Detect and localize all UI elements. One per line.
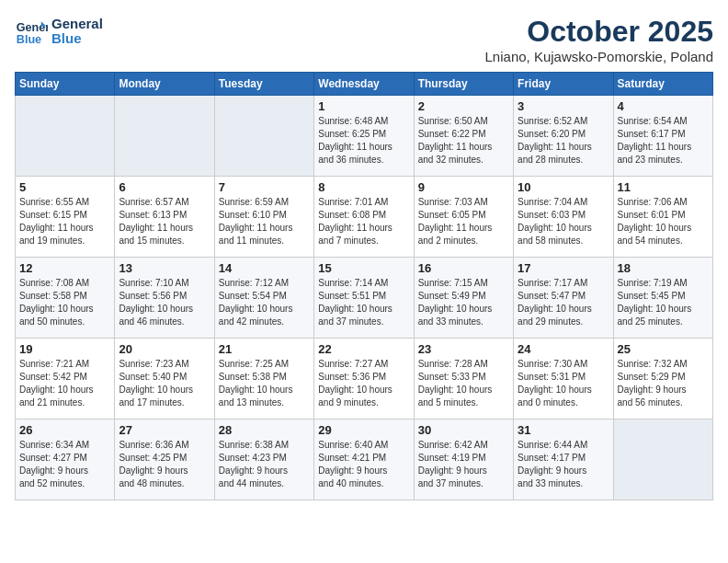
calendar-cell: 7Sunrise: 6:59 AM Sunset: 6:10 PM Daylig… <box>214 177 313 258</box>
header-sunday: Sunday <box>16 73 115 96</box>
calendar-cell: 11Sunrise: 7:06 AM Sunset: 6:01 PM Dayli… <box>613 177 712 258</box>
day-info: Sunrise: 7:30 AM Sunset: 5:31 PM Dayligh… <box>518 358 609 409</box>
calendar-cell: 17Sunrise: 7:17 AM Sunset: 5:47 PM Dayli… <box>514 258 613 339</box>
title-block: October 2025 Lniano, Kujawsko-Pomorskie,… <box>485 15 713 64</box>
week-row-3: 12Sunrise: 7:08 AM Sunset: 5:58 PM Dayli… <box>16 258 713 339</box>
day-number: 19 <box>19 342 110 356</box>
day-info: Sunrise: 7:27 AM Sunset: 5:36 PM Dayligh… <box>318 358 409 409</box>
day-number: 3 <box>518 99 609 113</box>
day-info: Sunrise: 7:28 AM Sunset: 5:33 PM Dayligh… <box>418 358 509 409</box>
calendar-cell: 21Sunrise: 7:25 AM Sunset: 5:38 PM Dayli… <box>214 339 313 419</box>
day-number: 1 <box>318 99 409 113</box>
day-info: Sunrise: 7:25 AM Sunset: 5:38 PM Dayligh… <box>219 358 310 409</box>
calendar-cell: 16Sunrise: 7:15 AM Sunset: 5:49 PM Dayli… <box>414 258 513 339</box>
calendar-cell: 18Sunrise: 7:19 AM Sunset: 5:45 PM Dayli… <box>613 258 712 339</box>
calendar-cell: 30Sunrise: 6:42 AM Sunset: 4:19 PM Dayli… <box>414 419 513 500</box>
day-number: 26 <box>19 423 110 437</box>
day-number: 22 <box>318 342 409 356</box>
day-number: 24 <box>518 342 609 356</box>
calendar-cell: 15Sunrise: 7:14 AM Sunset: 5:51 PM Dayli… <box>314 258 414 339</box>
page-header: General Blue General Blue October 2025 L… <box>15 15 713 64</box>
day-number: 29 <box>318 423 409 437</box>
day-number: 6 <box>119 180 210 194</box>
day-number: 14 <box>219 261 310 275</box>
day-info: Sunrise: 7:23 AM Sunset: 5:40 PM Dayligh… <box>119 358 210 409</box>
calendar-cell: 25Sunrise: 7:32 AM Sunset: 5:29 PM Dayli… <box>613 339 712 419</box>
week-row-2: 5Sunrise: 6:55 AM Sunset: 6:15 PM Daylig… <box>16 177 713 258</box>
day-number: 23 <box>418 342 509 356</box>
day-number: 16 <box>418 261 509 275</box>
day-number: 30 <box>418 423 509 437</box>
calendar-cell <box>115 96 214 177</box>
calendar-cell: 8Sunrise: 7:01 AM Sunset: 6:08 PM Daylig… <box>314 177 414 258</box>
day-number: 9 <box>418 180 509 194</box>
calendar-cell: 24Sunrise: 7:30 AM Sunset: 5:31 PM Dayli… <box>514 339 613 419</box>
logo-line2: Blue <box>51 31 103 47</box>
day-info: Sunrise: 6:50 AM Sunset: 6:22 PM Dayligh… <box>418 115 509 167</box>
day-info: Sunrise: 6:36 AM Sunset: 4:25 PM Dayligh… <box>119 439 210 490</box>
week-row-5: 26Sunrise: 6:34 AM Sunset: 4:27 PM Dayli… <box>16 419 713 500</box>
day-info: Sunrise: 7:32 AM Sunset: 5:29 PM Dayligh… <box>618 358 709 409</box>
day-info: Sunrise: 6:54 AM Sunset: 6:17 PM Dayligh… <box>618 115 709 167</box>
calendar-cell: 13Sunrise: 7:10 AM Sunset: 5:56 PM Dayli… <box>115 258 214 339</box>
day-info: Sunrise: 6:44 AM Sunset: 4:17 PM Dayligh… <box>518 439 609 490</box>
day-number: 21 <box>219 342 310 356</box>
day-number: 13 <box>119 261 210 275</box>
header-wednesday: Wednesday <box>314 73 414 96</box>
day-number: 31 <box>518 423 609 437</box>
calendar-cell: 6Sunrise: 6:57 AM Sunset: 6:13 PM Daylig… <box>115 177 214 258</box>
calendar-cell: 31Sunrise: 6:44 AM Sunset: 4:17 PM Dayli… <box>514 419 613 500</box>
day-info: Sunrise: 7:15 AM Sunset: 5:49 PM Dayligh… <box>418 277 509 328</box>
calendar-cell: 22Sunrise: 7:27 AM Sunset: 5:36 PM Dayli… <box>314 339 414 419</box>
header-row: SundayMondayTuesdayWednesdayThursdayFrid… <box>16 73 713 96</box>
calendar-cell: 3Sunrise: 6:52 AM Sunset: 6:20 PM Daylig… <box>514 96 613 177</box>
day-number: 4 <box>618 99 709 113</box>
logo-line1: General <box>51 17 103 32</box>
day-info: Sunrise: 6:59 AM Sunset: 6:10 PM Dayligh… <box>219 196 310 247</box>
calendar-cell <box>613 419 712 500</box>
calendar-cell <box>214 96 313 177</box>
week-row-4: 19Sunrise: 7:21 AM Sunset: 5:42 PM Dayli… <box>16 339 713 419</box>
day-info: Sunrise: 7:14 AM Sunset: 5:51 PM Dayligh… <box>318 277 409 328</box>
day-number: 27 <box>119 423 210 437</box>
location: Lniano, Kujawsko-Pomorskie, Poland <box>485 49 713 64</box>
day-number: 20 <box>119 342 210 356</box>
header-monday: Monday <box>115 73 214 96</box>
day-info: Sunrise: 7:10 AM Sunset: 5:56 PM Dayligh… <box>119 277 210 328</box>
calendar-cell: 28Sunrise: 6:38 AM Sunset: 4:23 PM Dayli… <box>214 419 313 500</box>
day-number: 2 <box>418 99 509 113</box>
day-info: Sunrise: 6:55 AM Sunset: 6:15 PM Dayligh… <box>19 196 110 247</box>
calendar-cell: 5Sunrise: 6:55 AM Sunset: 6:15 PM Daylig… <box>16 177 115 258</box>
day-info: Sunrise: 6:52 AM Sunset: 6:20 PM Dayligh… <box>518 115 609 167</box>
day-info: Sunrise: 7:12 AM Sunset: 5:54 PM Dayligh… <box>219 277 310 328</box>
calendar-cell: 2Sunrise: 6:50 AM Sunset: 6:22 PM Daylig… <box>414 96 513 177</box>
day-info: Sunrise: 6:57 AM Sunset: 6:13 PM Dayligh… <box>119 196 210 247</box>
day-number: 10 <box>518 180 609 194</box>
week-row-1: 1Sunrise: 6:48 AM Sunset: 6:25 PM Daylig… <box>16 96 713 177</box>
day-number: 7 <box>219 180 310 194</box>
day-number: 25 <box>618 342 709 356</box>
day-info: Sunrise: 6:42 AM Sunset: 4:19 PM Dayligh… <box>418 439 509 490</box>
logo-icon: General Blue <box>15 15 48 48</box>
svg-text:Blue: Blue <box>17 33 41 46</box>
day-info: Sunrise: 7:17 AM Sunset: 5:47 PM Dayligh… <box>518 277 609 328</box>
day-number: 5 <box>19 180 110 194</box>
day-info: Sunrise: 7:21 AM Sunset: 5:42 PM Dayligh… <box>19 358 110 409</box>
calendar-cell: 12Sunrise: 7:08 AM Sunset: 5:58 PM Dayli… <box>16 258 115 339</box>
header-tuesday: Tuesday <box>214 73 313 96</box>
day-info: Sunrise: 6:34 AM Sunset: 4:27 PM Dayligh… <box>19 439 110 490</box>
calendar-cell: 9Sunrise: 7:03 AM Sunset: 6:05 PM Daylig… <box>414 177 513 258</box>
calendar-cell: 10Sunrise: 7:04 AM Sunset: 6:03 PM Dayli… <box>514 177 613 258</box>
day-number: 18 <box>618 261 709 275</box>
calendar-cell: 20Sunrise: 7:23 AM Sunset: 5:40 PM Dayli… <box>115 339 214 419</box>
calendar-cell: 1Sunrise: 6:48 AM Sunset: 6:25 PM Daylig… <box>314 96 414 177</box>
day-number: 11 <box>618 180 709 194</box>
day-number: 28 <box>219 423 310 437</box>
day-info: Sunrise: 6:38 AM Sunset: 4:23 PM Dayligh… <box>219 439 310 490</box>
calendar-cell <box>16 96 115 177</box>
month-title: October 2025 <box>485 15 713 49</box>
day-number: 17 <box>518 261 609 275</box>
logo: General Blue General Blue <box>15 15 103 48</box>
day-number: 15 <box>318 261 409 275</box>
day-info: Sunrise: 7:19 AM Sunset: 5:45 PM Dayligh… <box>618 277 709 328</box>
